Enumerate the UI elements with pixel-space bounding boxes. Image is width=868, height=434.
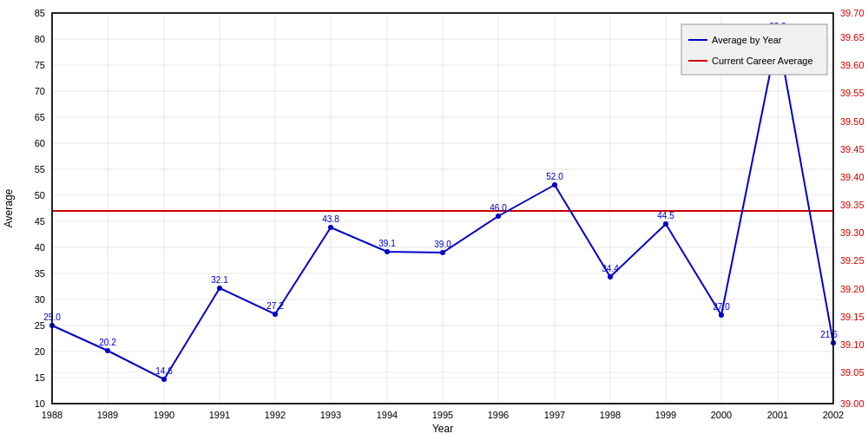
svg-text:39.55: 39.55 <box>840 88 865 98</box>
svg-text:1996: 1996 <box>488 410 509 420</box>
label-1992: 27.2 <box>266 301 284 311</box>
svg-text:39.60: 39.60 <box>840 60 865 70</box>
svg-text:39.65: 39.65 <box>840 32 865 43</box>
data-point-1996 <box>496 214 501 219</box>
svg-text:39.35: 39.35 <box>840 200 865 210</box>
label-1994: 39.1 <box>378 239 396 248</box>
svg-text:39.45: 39.45 <box>840 144 865 155</box>
svg-text:20: 20 <box>35 346 45 357</box>
label-1995: 39.0 <box>434 240 451 249</box>
data-point-1990 <box>161 377 167 382</box>
data-point-2000 <box>719 312 724 318</box>
svg-text:2002: 2002 <box>823 410 844 420</box>
x-axis-label: Year <box>432 423 453 434</box>
data-point-1998 <box>608 274 613 279</box>
svg-text:1991: 1991 <box>209 410 230 420</box>
svg-text:1989: 1989 <box>97 410 118 420</box>
svg-text:1994: 1994 <box>377 410 398 420</box>
label-2000: 27.0 <box>713 302 730 312</box>
data-point-1997 <box>552 182 557 187</box>
svg-text:39.10: 39.10 <box>840 339 865 350</box>
svg-text:39.00: 39.00 <box>840 398 865 409</box>
legend-label-career-avg: Current Career Average <box>712 56 813 66</box>
label-1990: 14.6 <box>155 366 173 376</box>
label-1993: 43.8 <box>322 214 339 224</box>
svg-text:60: 60 <box>35 138 45 148</box>
svg-text:35: 35 <box>35 268 45 279</box>
svg-text:1995: 1995 <box>432 410 453 420</box>
label-1999: 44.5 <box>657 211 674 220</box>
data-point-1994 <box>385 249 390 254</box>
svg-text:1988: 1988 <box>42 410 62 420</box>
chart-svg: 10 15 20 25 30 35 40 45 50 55 60 65 70 7… <box>0 0 868 434</box>
svg-text:45: 45 <box>35 216 45 227</box>
legend-box <box>681 24 827 75</box>
svg-text:70: 70 <box>35 86 45 96</box>
label-1991: 32.1 <box>211 275 228 285</box>
y-axis-left-label: Average <box>3 188 15 227</box>
svg-text:10: 10 <box>35 398 45 409</box>
svg-text:75: 75 <box>35 60 45 70</box>
data-point-1995 <box>440 250 445 255</box>
svg-text:39.15: 39.15 <box>840 312 865 322</box>
svg-text:1990: 1990 <box>154 410 174 420</box>
svg-text:1998: 1998 <box>600 410 621 420</box>
svg-text:39.30: 39.30 <box>840 227 865 238</box>
svg-text:85: 85 <box>35 8 45 18</box>
svg-text:1993: 1993 <box>320 410 341 420</box>
svg-text:1992: 1992 <box>265 410 286 420</box>
svg-text:39.05: 39.05 <box>840 367 865 378</box>
svg-text:15: 15 <box>35 372 45 383</box>
legend-label-avg-year: Average by Year <box>712 35 782 45</box>
svg-text:39.50: 39.50 <box>840 116 865 127</box>
data-point-1999 <box>663 221 668 227</box>
svg-text:40: 40 <box>35 242 45 253</box>
data-point-1989 <box>105 348 110 353</box>
svg-text:1999: 1999 <box>655 410 676 420</box>
data-point-1993 <box>328 225 333 230</box>
svg-text:80: 80 <box>35 34 45 44</box>
svg-text:55: 55 <box>35 164 45 174</box>
svg-text:39.25: 39.25 <box>840 255 865 266</box>
svg-text:1997: 1997 <box>544 410 565 420</box>
label-1996: 46.0 <box>490 203 507 213</box>
label-1989: 20.2 <box>99 338 116 347</box>
chart-container: 10 15 20 25 30 35 40 45 50 55 60 65 70 7… <box>0 0 868 434</box>
label-2002: 21.6 <box>820 330 838 339</box>
svg-text:39.40: 39.40 <box>840 172 865 182</box>
label-1998: 34.4 <box>602 264 619 273</box>
svg-text:50: 50 <box>35 190 45 201</box>
svg-text:30: 30 <box>35 294 45 305</box>
svg-text:65: 65 <box>35 112 45 122</box>
data-point-1992 <box>273 312 278 317</box>
label-1997: 52.0 <box>546 172 563 181</box>
svg-text:2001: 2001 <box>767 410 788 420</box>
svg-text:39.70: 39.70 <box>840 8 865 18</box>
svg-text:2000: 2000 <box>711 410 732 420</box>
svg-text:39.20: 39.20 <box>840 284 865 294</box>
data-point-1991 <box>217 286 222 291</box>
